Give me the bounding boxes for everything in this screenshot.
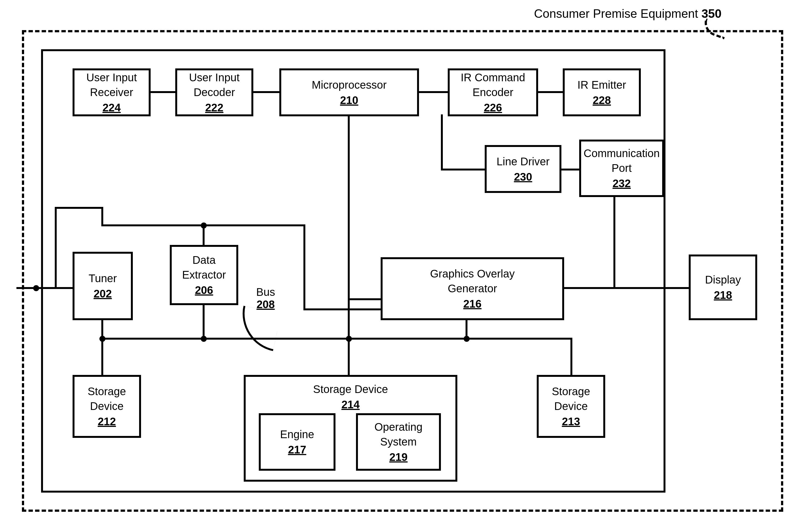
label: Display [705,272,741,287]
block-line-driver: Line Driver 230 [485,145,561,193]
label: User Input Receiver [86,70,137,100]
ref: 212 [98,414,116,429]
label: Tuner [89,271,117,286]
block-user-input-receiver: User Input Receiver 224 [73,69,151,116]
ref: 210 [340,93,358,108]
dot-topmid-dataext [201,223,207,228]
line-topmid-right-drop [303,224,305,310]
dot-bus-gog [464,336,470,342]
ref: 216 [463,297,482,311]
block-ir-emitter: IR Emitter 228 [563,69,641,116]
dot-ext-in [33,285,39,291]
ref: 217 [288,442,307,457]
block-graphics-overlay-generator: Graphics Overlay Generator 216 [381,257,564,320]
bus-label-ref: 208 [249,298,282,310]
dot-bus-center [346,336,352,342]
bus-label: Bus 208 [249,286,282,310]
ref: 213 [562,414,580,429]
diagram-canvas: Consumer Premise Equipment 350 [0,0,798,532]
ref: 222 [205,100,223,115]
block-storage-213: Storage Device 213 [537,375,605,438]
ref: 226 [484,100,502,115]
line-dataext-to-bus [203,304,205,340]
ref: 219 [389,450,408,464]
ref: 224 [103,100,121,115]
title-ref: 350 [701,7,721,20]
block-ir-command-encoder: IR Command Encoder 226 [448,69,538,116]
label: Graphics Overlay Generator [430,266,515,296]
line-commport-down [613,192,615,289]
block-storage-212: Storage Device 212 [73,375,141,438]
label: Storage Device [88,384,126,414]
block-user-input-decoder: User Input Decoder 222 [175,69,253,116]
title-label: Consumer Premise Equipment [534,7,698,20]
line-bus-to-214 [348,338,350,376]
dot-bus-dataext [201,336,207,342]
ref: 230 [514,169,532,184]
line-tuner-loop-left-v [55,207,57,289]
block-tuner: Tuner 202 [73,252,133,320]
line-bus-to-212 [101,338,103,376]
label: IR Command Encoder [461,70,525,100]
label: Line Driver [497,154,549,169]
label: IR Emitter [578,77,626,92]
line-external-in [16,287,79,289]
line-micro-to-linedriver-v [441,114,443,171]
ref: 214 [341,397,360,412]
line-bus-to-213 [571,338,572,376]
line-gog-to-display [561,287,693,289]
ref: 218 [714,288,732,302]
title: Consumer Premise Equipment 350 [534,7,722,20]
label: Storage Device [552,384,590,414]
label: Data Extractor [182,252,226,282]
label: Communication Port [583,146,660,175]
block-microprocessor: Microprocessor 210 [279,69,419,116]
ref: 232 [613,176,631,191]
line-micro-down [348,114,350,339]
bus-label-text: Bus [249,286,282,298]
block-communication-port: Communication Port 232 [579,139,664,197]
label: User Input Decoder [189,70,240,100]
block-engine: Engine 217 [259,413,335,471]
line-tuner-loop-top-h [55,207,103,209]
line-micro-to-linedriver-h [441,169,487,171]
block-data-extractor: Data Extractor 206 [170,245,238,305]
line-bus [101,338,572,340]
line-topmid-to-gog [303,308,384,310]
block-display: Display 218 [689,254,757,320]
label: Engine [280,427,314,442]
ref: 206 [195,283,213,298]
label: Operating System [374,419,423,449]
line-micro-to-gog [348,298,384,300]
ref: 228 [593,93,611,108]
block-operating-system: Operating System 219 [356,413,441,471]
dot-bus-tuner [99,336,106,342]
label: Storage Device [313,382,388,397]
ref: 202 [94,286,112,301]
label: Microprocessor [312,77,386,92]
line-tuner-loop-right-v [101,207,103,226]
